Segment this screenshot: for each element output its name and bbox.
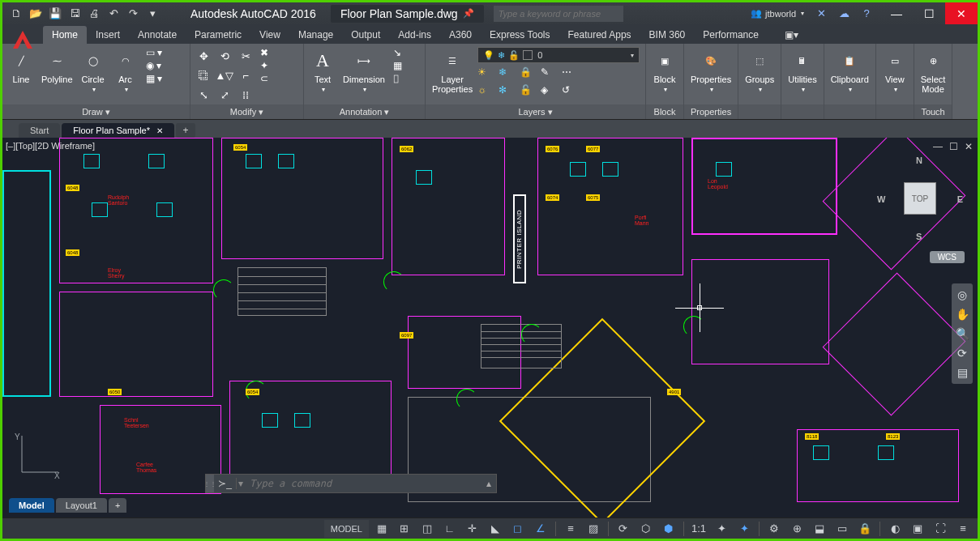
quickprops-icon[interactable]: ▭: [832, 520, 852, 538]
osnap-icon[interactable]: ◻: [508, 520, 528, 538]
panel-title-modify[interactable]: Modify ▾: [190, 104, 303, 119]
rectangle-icon[interactable]: ▭ ▾: [146, 47, 162, 58]
lock-ui-icon[interactable]: 🔒: [855, 520, 875, 538]
clipboard-button[interactable]: 📋Clipboard▾: [828, 47, 872, 95]
tab-annotate[interactable]: Annotate: [129, 26, 186, 44]
move-icon[interactable]: ✥: [194, 47, 213, 65]
viewcube-n[interactable]: N: [916, 155, 922, 165]
viewport-label[interactable]: [–][Top][2D Wireframe]: [6, 141, 95, 151]
laythw-icon[interactable]: ✻: [499, 84, 518, 100]
hatch-icon[interactable]: ▦ ▾: [146, 73, 162, 84]
mirror-icon[interactable]: ▲▽: [215, 66, 234, 84]
a360-icon[interactable]: ☁: [835, 5, 853, 23]
orbit-icon[interactable]: ⟳: [957, 347, 967, 360]
layprv-icon[interactable]: ↺: [562, 84, 581, 100]
status-model-button[interactable]: MODEL: [324, 520, 369, 538]
vp-max-icon[interactable]: ☐: [949, 141, 958, 152]
leader-icon[interactable]: ↘: [393, 47, 402, 58]
tab-bim360[interactable]: BIM 360: [640, 26, 695, 44]
dimension-button[interactable]: ⟼Dimension▾: [340, 47, 388, 95]
open-icon[interactable]: 📂: [27, 5, 45, 23]
circle-button[interactable]: ◯Circle▾: [78, 47, 109, 95]
search-input[interactable]: [494, 6, 623, 22]
copy-icon[interactable]: ⿻: [194, 66, 213, 84]
arc-button[interactable]: ◠Arc▾: [110, 47, 141, 95]
laymatch-icon[interactable]: ✎: [541, 66, 560, 83]
tab-manage[interactable]: Manage: [289, 26, 342, 44]
erase-icon[interactable]: ✖: [260, 47, 268, 58]
text-button[interactable]: AText▾: [307, 47, 338, 95]
wcs-label[interactable]: WCS: [930, 251, 965, 263]
file-tab-start[interactable]: Start: [19, 123, 60, 138]
recent-commands-icon[interactable]: ▴: [481, 478, 496, 489]
vp-close-icon[interactable]: ✕: [965, 141, 973, 152]
anno-icon[interactable]: ✦: [712, 520, 731, 538]
close-button[interactable]: ✕: [945, 2, 978, 24]
anno-vis-icon[interactable]: ✦: [734, 520, 754, 538]
anno-scale[interactable]: 1:1: [689, 520, 708, 538]
block-button[interactable]: ▣Block▾: [649, 47, 680, 95]
customize-icon[interactable]: ≡: [953, 520, 973, 538]
select-mode-button[interactable]: ⊕Select Mode: [918, 47, 949, 96]
viewcube[interactable]: N S E W TOP: [875, 154, 965, 243]
layfrz-icon[interactable]: ❄: [499, 66, 518, 83]
layout-tab-layout1[interactable]: Layout1: [56, 498, 107, 513]
command-line[interactable]: ⋮⋮ ≻_ ▾ ▴: [205, 474, 497, 493]
saveas-icon[interactable]: 🖫: [66, 5, 83, 23]
laylock-icon[interactable]: 🔒: [520, 66, 539, 83]
file-tab-document[interactable]: Floor Plan Sample*✕: [62, 123, 174, 138]
layout-add-button[interactable]: +: [109, 498, 126, 513]
panel-title-annotation[interactable]: Annotation ▾: [304, 104, 425, 119]
cycling-icon[interactable]: ⟳: [614, 520, 633, 538]
redo-icon[interactable]: ↷: [124, 5, 142, 23]
fillet-icon[interactable]: ⌐: [236, 66, 255, 84]
explode-icon[interactable]: ✦: [260, 60, 268, 71]
zoom-icon[interactable]: 🔍: [956, 327, 969, 340]
layer-properties-button[interactable]: ☰Layer Properties: [429, 47, 476, 96]
hardware-accel-icon[interactable]: ◐: [885, 520, 905, 538]
view-button[interactable]: ▭View▾: [879, 47, 910, 95]
workspace-icon[interactable]: ⚙: [764, 520, 784, 538]
viewcube-w[interactable]: W: [877, 194, 885, 204]
polar-icon[interactable]: ✛: [463, 520, 482, 538]
layunl-icon[interactable]: 🔓: [520, 84, 539, 100]
drag-handle-icon[interactable]: ⋮⋮: [206, 475, 214, 492]
iso-icon[interactable]: ◣: [486, 520, 505, 538]
panel-title-draw[interactable]: Draw ▾: [2, 104, 190, 119]
showmotion-icon[interactable]: ▤: [957, 366, 968, 379]
command-input[interactable]: [245, 478, 481, 489]
tab-view[interactable]: View: [250, 26, 289, 44]
layer-combo[interactable]: 💡 ❄ 🔓 0 ▾: [477, 47, 640, 63]
vp-min-icon[interactable]: —: [933, 141, 943, 152]
new-file-button[interactable]: +: [176, 123, 195, 138]
otrack-icon[interactable]: ∠: [531, 520, 550, 538]
infer-icon[interactable]: ◫: [417, 520, 437, 538]
app-logo-icon[interactable]: [7, 25, 38, 56]
dynucs-icon[interactable]: ⬢: [659, 520, 678, 538]
layiso-icon[interactable]: ◈: [541, 84, 560, 100]
3dosnap-icon[interactable]: ⬡: [636, 520, 656, 538]
tab-a360[interactable]: A360: [440, 26, 481, 44]
stretch-icon[interactable]: ⤡: [194, 86, 213, 104]
grid-icon[interactable]: ▦: [372, 520, 392, 538]
maximize-button[interactable]: ☐: [913, 2, 945, 24]
tab-performance[interactable]: Performance: [694, 26, 768, 44]
qat-more-icon[interactable]: ▾: [143, 5, 161, 23]
annotation-monitor-icon[interactable]: ⊕: [787, 520, 807, 538]
transparency-icon[interactable]: ▨: [584, 520, 603, 538]
tab-express[interactable]: Express Tools: [481, 26, 558, 44]
units-icon[interactable]: ⬓: [810, 520, 829, 538]
tab-featured[interactable]: Featured Apps: [559, 26, 640, 44]
close-icon[interactable]: ✕: [156, 126, 163, 135]
exchange-icon[interactable]: ✕: [812, 5, 830, 23]
minimize-button[interactable]: —: [880, 2, 913, 24]
properties-button[interactable]: 🎨Properties▾: [687, 47, 734, 95]
new-icon[interactable]: 🗋: [7, 5, 25, 23]
groups-button[interactable]: ⬚Groups▾: [742, 47, 777, 95]
tab-insert[interactable]: Insert: [87, 26, 129, 44]
ribbon-minimize-icon[interactable]: ▣▾: [776, 26, 807, 44]
pin-icon[interactable]: 📌: [463, 8, 474, 19]
panel-title-layers[interactable]: Layers ▾: [426, 104, 645, 119]
viewcube-s[interactable]: S: [916, 232, 922, 241]
tab-addins[interactable]: Add-ins: [389, 26, 440, 44]
